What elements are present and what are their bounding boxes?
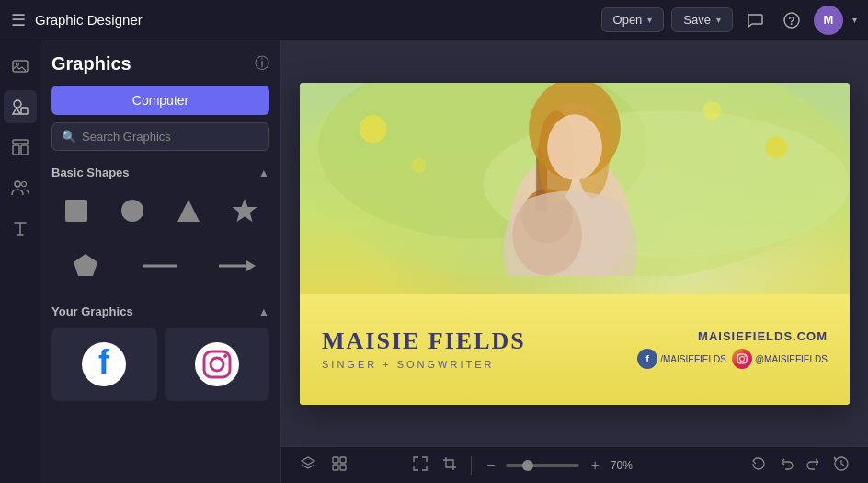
basic-shapes-label: Basic Shapes xyxy=(51,166,130,179)
canvas-banner: MAISIE FIELDS SINGER + SONGWRITER MAISIE… xyxy=(300,294,850,405)
graphics-grid: f xyxy=(51,328,269,401)
zoom-controls: − + 70% xyxy=(408,452,640,479)
basic-shapes-chevron-icon[interactable]: ▲ xyxy=(258,167,269,179)
shape-star[interactable] xyxy=(221,190,269,231)
svg-rect-46 xyxy=(340,457,346,463)
save-button[interactable]: Save ▾ xyxy=(671,7,733,32)
banner-website: MAISIEFIELDS.COM xyxy=(637,329,828,343)
svg-point-43 xyxy=(739,357,744,362)
your-graphics-section-header: Your Graphics ▲ xyxy=(51,305,269,318)
shape-square[interactable] xyxy=(51,190,100,231)
history-icon[interactable] xyxy=(829,452,853,479)
grid-icon[interactable] xyxy=(327,452,351,479)
save-chevron-icon: ▾ xyxy=(716,15,721,25)
rail-template-icon[interactable] xyxy=(4,131,37,164)
facebook-handle: /MAISIEFIELDS xyxy=(660,354,726,364)
graphic-facebook[interactable]: f xyxy=(51,328,157,401)
graphic-instagram[interactable] xyxy=(165,328,270,401)
your-graphics-chevron-icon[interactable]: ▲ xyxy=(258,305,269,318)
zoom-slider[interactable] xyxy=(506,464,579,467)
banner-social: f /MAISIEFIELDS @MAISIEFIELDS xyxy=(637,349,828,369)
svg-marker-13 xyxy=(177,200,200,222)
banner-right: MAISIEFIELDS.COM f /MAISIEFIELDS xyxy=(637,329,828,369)
facebook-icon: f xyxy=(637,349,657,369)
svg-rect-5 xyxy=(21,108,28,114)
svg-point-28 xyxy=(360,115,387,143)
sidebar-panel: Graphics ⓘ Computer 🔍 Search Graphics Ba… xyxy=(40,40,281,483)
svg-point-24 xyxy=(223,354,227,358)
svg-point-30 xyxy=(703,101,722,120)
search-bar[interactable]: 🔍 Search Graphics xyxy=(51,122,269,151)
bottombar: − + 70% xyxy=(281,446,868,483)
canvas-area: MAISIE FIELDS SINGER + SONGWRITER MAISIE… xyxy=(281,40,868,483)
your-graphics-label: Your Graphics xyxy=(51,305,133,318)
main-layout: Graphics ⓘ Computer 🔍 Search Graphics Ba… xyxy=(0,40,868,483)
banner-subtitle: SINGER + SONGWRITER xyxy=(322,359,526,370)
sidebar-title: Graphics xyxy=(51,53,131,75)
menu-icon[interactable]: ☰ xyxy=(11,10,26,30)
svg-text:?: ? xyxy=(788,15,794,28)
crop-icon[interactable] xyxy=(438,452,462,479)
undo-icon[interactable] xyxy=(774,452,798,479)
social-facebook: f /MAISIEFIELDS xyxy=(637,349,726,369)
zoom-out-button[interactable]: − xyxy=(481,455,500,476)
rail-shapes-icon[interactable] xyxy=(4,90,37,123)
sidebar-header: Graphics ⓘ xyxy=(51,53,269,75)
help-icon: ? xyxy=(782,11,801,29)
topbar-actions: Open ▾ Save ▾ ? M ▾ xyxy=(601,6,857,35)
rail-people-icon[interactable] xyxy=(4,171,37,204)
svg-point-40 xyxy=(547,114,602,180)
chat-icon xyxy=(746,11,764,29)
fit-icon[interactable] xyxy=(408,452,432,479)
social-instagram: @MAISIEFIELDS xyxy=(732,349,828,369)
svg-text:f: f xyxy=(98,343,110,381)
reset-icon[interactable] xyxy=(747,452,771,479)
shape-circle[interactable] xyxy=(108,190,156,231)
info-icon[interactable]: ⓘ xyxy=(255,54,269,74)
chat-icon-button[interactable] xyxy=(740,6,770,35)
shape-pentagon[interactable] xyxy=(51,246,120,286)
open-button[interactable]: Open ▾ xyxy=(601,7,665,32)
svg-point-21 xyxy=(195,342,239,386)
redo-icon[interactable] xyxy=(802,452,826,479)
svg-point-12 xyxy=(121,200,143,222)
shape-arrow[interactable] xyxy=(201,246,269,286)
canvas-illustration xyxy=(300,83,850,276)
search-icon: 🔍 xyxy=(62,130,76,144)
instagram-icon xyxy=(732,349,752,369)
banner-left: MAISIE FIELDS SINGER + SONGWRITER xyxy=(322,328,526,370)
canvas-card: MAISIE FIELDS SINGER + SONGWRITER MAISIE… xyxy=(300,83,850,405)
help-icon-button[interactable]: ? xyxy=(777,6,806,35)
svg-marker-14 xyxy=(233,199,257,222)
svg-rect-11 xyxy=(65,200,87,222)
search-placeholder-text: Search Graphics xyxy=(82,130,171,144)
shape-line[interactable] xyxy=(127,246,195,286)
svg-rect-48 xyxy=(340,465,346,470)
banner-name: MAISIE FIELDS xyxy=(322,328,526,355)
svg-point-4 xyxy=(14,100,21,108)
svg-rect-47 xyxy=(333,465,338,470)
svg-rect-45 xyxy=(333,457,338,463)
svg-marker-18 xyxy=(246,260,256,271)
svg-text:f: f xyxy=(645,353,649,364)
rail-text-icon[interactable] xyxy=(4,212,37,245)
svg-rect-6 xyxy=(13,140,28,144)
avatar[interactable]: M xyxy=(814,6,843,35)
open-chevron-icon: ▾ xyxy=(647,15,652,25)
zoom-thumb[interactable] xyxy=(522,460,533,471)
svg-point-10 xyxy=(21,182,26,187)
svg-rect-8 xyxy=(21,145,28,155)
zoom-in-button[interactable]: + xyxy=(585,455,604,476)
svg-point-44 xyxy=(744,355,746,357)
computer-button[interactable]: Computer xyxy=(51,86,269,115)
rail-image-icon[interactable] xyxy=(4,50,37,83)
avatar-chevron-icon[interactable]: ▾ xyxy=(852,15,857,25)
shape-triangle[interactable] xyxy=(165,190,213,231)
shapes-row2 xyxy=(51,246,269,286)
layers-icon[interactable] xyxy=(296,452,320,479)
svg-point-31 xyxy=(412,158,427,173)
right-controls xyxy=(747,452,853,479)
topbar: ☰ Graphic Designer Open ▾ Save ▾ ? M ▾ xyxy=(0,0,868,40)
divider xyxy=(471,456,472,475)
canvas-viewport[interactable]: MAISIE FIELDS SINGER + SONGWRITER MAISIE… xyxy=(281,40,868,446)
